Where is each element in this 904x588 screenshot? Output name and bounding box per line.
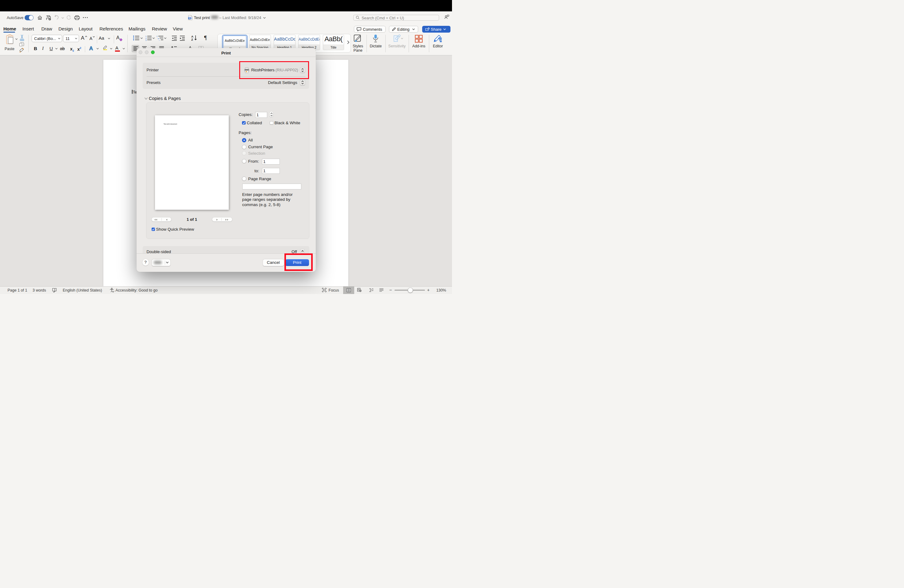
svg-text:1: 1 — [156, 35, 158, 37]
svg-text:2: 2 — [145, 38, 147, 40]
svg-text:1: 1 — [145, 35, 147, 37]
svg-text:3: 3 — [145, 40, 147, 41]
svg-text:Z: Z — [191, 38, 193, 41]
svg-text:W: W — [188, 17, 191, 19]
svg-text:a: a — [158, 38, 159, 40]
